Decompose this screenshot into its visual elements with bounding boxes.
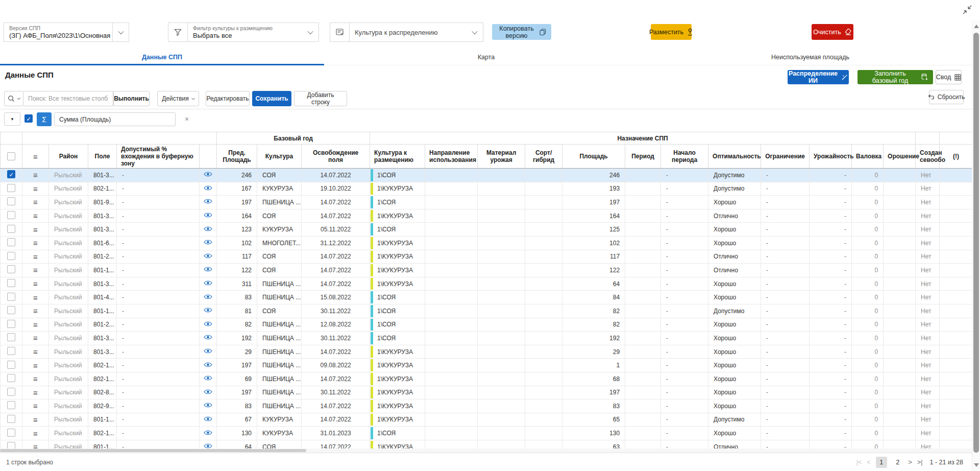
gross-cell[interactable]: 0 — [852, 291, 884, 304]
buffer-cell[interactable]: - — [117, 372, 200, 386]
gross-cell[interactable]: 0 — [852, 372, 884, 386]
period-start-cell[interactable]: - — [661, 318, 708, 332]
period-cell[interactable] — [625, 196, 661, 209]
row-select-cell[interactable] — [1, 427, 22, 440]
sort-cell[interactable] — [525, 291, 562, 304]
direction-cell[interactable] — [425, 169, 478, 182]
prev-area-cell[interactable]: 123 — [217, 223, 257, 237]
irrigation-cell[interactable] — [884, 209, 916, 223]
table-row[interactable]: ≡Рыльский802-1...-197ПШЕНИЦА ...09.08.20… — [1, 359, 973, 372]
actions-menu-button[interactable]: Действия — [157, 91, 199, 106]
field-cell[interactable]: 801-3... — [88, 277, 117, 291]
buffer-cell[interactable]: - — [117, 291, 200, 304]
yield-cell[interactable]: - — [810, 345, 852, 359]
period-cell[interactable] — [625, 399, 661, 413]
reset-button[interactable]: Сбросить — [929, 90, 964, 104]
optimality-cell[interactable]: Хорошо — [708, 236, 761, 250]
row-menu-icon[interactable]: ≡ — [22, 388, 48, 397]
prev-area-cell[interactable]: 197 — [217, 386, 257, 399]
first-page-button[interactable]: |< — [856, 459, 862, 466]
warn-cell[interactable] — [940, 196, 973, 209]
direction-cell[interactable] — [425, 250, 478, 264]
row-checkbox[interactable] — [7, 184, 15, 192]
district-cell[interactable]: Рыльский — [49, 413, 88, 427]
period-start-cell[interactable]: - — [661, 250, 708, 264]
material-cell[interactable] — [478, 413, 525, 427]
view-cell[interactable] — [200, 386, 217, 399]
crop-rotation-cell[interactable]: Нет — [916, 413, 940, 427]
copy-version-button[interactable]: Копировать версию — [492, 24, 551, 40]
crop-rotation-cell[interactable]: Нет — [916, 359, 940, 372]
culture-filter-select[interactable]: Фильтр культуры к размещению Выбрать все — [168, 22, 319, 42]
culture-cell[interactable]: СОЯ — [257, 264, 302, 277]
material-cell[interactable] — [478, 250, 525, 264]
row-menu-icon[interactable]: ≡ — [22, 184, 48, 193]
crop-rotation-cell[interactable]: Нет — [916, 182, 940, 196]
row-checkbox[interactable] — [7, 374, 15, 382]
restriction-cell[interactable]: - — [761, 209, 810, 223]
row-menu-cell[interactable]: ≡ — [22, 209, 49, 223]
sort-cell[interactable] — [525, 345, 562, 359]
sort-cell[interactable] — [525, 236, 562, 250]
placement-cell[interactable]: 1\КУКУРУЗА — [370, 413, 425, 427]
aggregation-checkbox[interactable] — [24, 114, 33, 123]
material-cell[interactable] — [478, 223, 525, 237]
optimality-cell[interactable]: Хорошо — [708, 291, 761, 304]
optimality-cell[interactable]: Хорошо — [708, 277, 761, 291]
gross-cell[interactable]: 0 — [852, 196, 884, 209]
culture-cell[interactable]: ПШЕНИЦА ... — [257, 332, 302, 345]
buffer-cell[interactable]: - — [117, 264, 200, 277]
eye-icon[interactable] — [204, 294, 212, 300]
gross-cell[interactable]: 0 — [852, 332, 884, 345]
warn-cell[interactable] — [940, 304, 973, 318]
gross-cell[interactable]: 0 — [852, 399, 884, 413]
district-cell[interactable]: Рыльский — [49, 209, 88, 223]
period-cell[interactable] — [625, 345, 661, 359]
release-date-cell[interactable]: 14.07.2022 — [302, 209, 370, 223]
buffer-cell[interactable]: - — [117, 399, 200, 413]
table-row[interactable]: ≡Рыльский802-1...-167КУКУРУЗА19.10.20221… — [1, 182, 973, 196]
col-header-placement[interactable]: Культура к размещению — [370, 145, 425, 169]
culture-filter-dropdown-button[interactable] — [302, 23, 318, 41]
yield-cell[interactable]: - — [810, 359, 852, 372]
row-checkbox[interactable] — [7, 320, 15, 328]
field-cell[interactable]: 802-1... — [88, 182, 117, 196]
material-cell[interactable] — [478, 236, 525, 250]
yield-cell[interactable]: - — [810, 196, 852, 209]
row-checkbox[interactable] — [7, 238, 15, 246]
row-menu-cell[interactable]: ≡ — [22, 386, 49, 399]
area-cell[interactable]: 83 — [562, 399, 625, 413]
direction-cell[interactable] — [425, 399, 478, 413]
eye-icon[interactable] — [204, 375, 212, 381]
field-cell[interactable]: 801-2... — [88, 318, 117, 332]
table-row[interactable]: ≡Рыльский801-1...-81СОЯ30.11.20221\СОЯ82… — [1, 304, 973, 318]
crop-rotation-cell[interactable]: Нет — [916, 304, 940, 318]
crop-rotation-cell[interactable]: Нет — [916, 250, 940, 264]
restriction-cell[interactable]: - — [761, 291, 810, 304]
period-start-cell[interactable]: - — [661, 386, 708, 399]
table-row[interactable]: ≡Рыльский801-2...-82ПШЕНИЦА ...12.08.202… — [1, 318, 973, 332]
release-date-cell[interactable]: 19.10.2022 — [302, 182, 370, 196]
irrigation-cell[interactable] — [884, 291, 916, 304]
table-row[interactable]: ≡Рыльский801-3...-123КУКУРУЗА05.11.20221… — [1, 223, 973, 237]
direction-cell[interactable] — [425, 345, 478, 359]
period-cell[interactable] — [625, 236, 661, 250]
restriction-cell[interactable]: - — [761, 196, 810, 209]
sort-cell[interactable] — [525, 277, 562, 291]
table-row[interactable]: ≡Рыльский801-3...-164СОЯ14.07.20221\КУКУ… — [1, 209, 973, 223]
sort-cell[interactable] — [525, 399, 562, 413]
warn-cell[interactable] — [940, 264, 973, 277]
culture-cell[interactable]: ПШЕНИЦА ... — [257, 345, 302, 359]
period-start-cell[interactable]: - — [661, 223, 708, 237]
area-cell[interactable]: 193 — [562, 182, 625, 196]
col-header-district[interactable]: Район — [49, 145, 88, 169]
row-checkbox[interactable] — [7, 197, 15, 205]
row-menu-cell[interactable]: ≡ — [22, 427, 49, 440]
row-select-cell[interactable] — [1, 209, 22, 223]
last-page-button[interactable]: >| — [917, 459, 923, 466]
period-start-cell[interactable]: - — [661, 359, 708, 372]
area-cell[interactable]: 192 — [562, 332, 625, 345]
warn-cell[interactable] — [940, 399, 973, 413]
row-checkbox[interactable] — [7, 388, 15, 396]
aggregation-dropdown-button[interactable]: ▾ — [4, 112, 20, 126]
